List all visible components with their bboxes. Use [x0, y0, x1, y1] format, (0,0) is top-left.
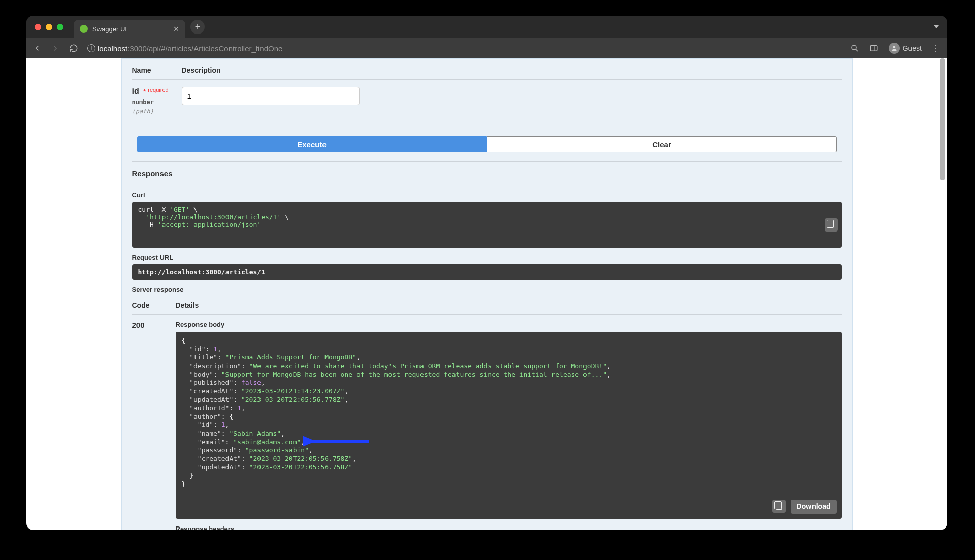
param-value-cell: [182, 87, 360, 115]
fullscreen-window-button[interactable]: [57, 24, 63, 30]
curl-l1c: \: [189, 206, 198, 213]
copy-icon: [776, 503, 782, 510]
tab-strip: Swagger UI ✕ +: [74, 16, 205, 38]
param-name: id * required: [132, 87, 182, 96]
scrollbar-thumb[interactable]: [940, 58, 945, 180]
params-header-name: Name: [132, 66, 182, 74]
response-body-label: Response body: [176, 321, 842, 328]
reload-button[interactable]: [69, 44, 78, 53]
params-header-row: Name Description: [132, 59, 842, 80]
avatar-icon: [889, 43, 900, 54]
rb-a-id: 1: [221, 421, 225, 429]
curl-l2c: \: [281, 213, 289, 221]
curl-method: 'GET': [170, 206, 189, 213]
rb-a-email: sabin@adams.com: [237, 438, 297, 446]
site-info-icon[interactable]: i: [87, 44, 95, 52]
download-button[interactable]: Download: [791, 500, 837, 514]
rb-a-updated: 2023-03-20T22:05:56.758Z: [253, 463, 348, 471]
scrollbar[interactable]: [939, 58, 946, 530]
response-row: 200 Response body { "id": 1, "title": "P…: [132, 315, 842, 530]
curl-l1a: curl -X: [138, 206, 170, 213]
rb-pub: false: [241, 379, 261, 386]
rb-updated: 2023-03-20T22:05:56.778Z: [245, 396, 341, 403]
request-url-block: http://localhost:3000/articles/1: [132, 264, 842, 280]
panel-icon[interactable]: [869, 44, 879, 53]
page-viewport: Name Description id * required number (p…: [26, 58, 947, 530]
clear-button[interactable]: Clear: [487, 136, 837, 152]
curl-url: 'http://localhost:3000/articles/1': [146, 213, 281, 221]
minimize-window-button[interactable]: [46, 24, 52, 30]
request-url-label: Request URL: [132, 254, 842, 261]
code-header: Code: [132, 301, 176, 309]
profile-chip[interactable]: Guest: [889, 43, 922, 54]
address-bar: i localhost:3000/api/#/articles/Articles…: [26, 38, 947, 58]
required-text: required: [148, 87, 168, 93]
param-id-label: id: [132, 87, 139, 95]
response-body-cell: Response body { "id": 1, "title": "Prism…: [176, 321, 842, 530]
response-code: 200: [132, 321, 176, 530]
new-tab-button[interactable]: +: [190, 20, 205, 34]
response-headers-label: Response headers: [176, 525, 842, 530]
response-body-json: { "id": 1, "title": "Prisma Adds Support…: [176, 332, 842, 519]
action-buttons: Execute Clear: [132, 129, 842, 161]
zoom-icon[interactable]: [850, 44, 859, 53]
forward-button[interactable]: [51, 44, 60, 53]
svg-line-1: [856, 49, 858, 51]
params-header-desc: Description: [182, 66, 221, 74]
window-controls: [35, 24, 63, 30]
chevron-down-icon[interactable]: [934, 25, 939, 28]
browser-tab[interactable]: Swagger UI ✕: [74, 20, 185, 38]
back-button[interactable]: [32, 44, 42, 53]
responses-title: Responses: [132, 162, 842, 185]
curl-block: curl -X 'GET' \ 'http://localhost:3000/a…: [132, 202, 842, 248]
curl-label: Curl: [132, 191, 842, 199]
menu-icon[interactable]: ⋮: [932, 44, 941, 53]
details-header: Details: [176, 301, 199, 309]
rb-a-name: Sabin Adams: [233, 430, 277, 437]
rb-a-created: 2023-03-20T22:05:56.758Z: [253, 455, 348, 463]
param-meta: id * required number (path): [132, 87, 182, 115]
rb-authid: 1: [237, 404, 241, 412]
swagger-favicon: [80, 25, 88, 33]
profile-label: Guest: [903, 44, 922, 52]
copy-curl-button[interactable]: [825, 218, 838, 232]
browser-window: Swagger UI ✕ + i localhost:3000/api/#/ar…: [26, 16, 947, 530]
svg-point-4: [893, 46, 895, 48]
url-field[interactable]: i localhost:3000/api/#/articles/Articles…: [87, 44, 841, 53]
toolbar-right: Guest ⋮: [850, 43, 941, 54]
server-response-label: Server response: [132, 286, 842, 293]
copy-icon: [828, 221, 834, 228]
url-path: :3000/api/#/articles/ArticlesController_…: [127, 44, 282, 53]
rb-desc: We are excited to share that today's Pri…: [253, 362, 603, 370]
tab-close-icon[interactable]: ✕: [173, 25, 179, 33]
copy-response-button[interactable]: [772, 500, 786, 513]
execute-button[interactable]: Execute: [137, 136, 487, 152]
curl-header: 'accept: application/json': [158, 221, 262, 228]
titlebar: Swagger UI ✕ +: [26, 16, 947, 38]
required-star: *: [143, 88, 146, 95]
rb-title: Prisma Adds Support for MongoDB: [229, 353, 352, 361]
param-row-id: id * required number (path): [132, 80, 842, 129]
curl-l2a: [138, 213, 146, 221]
param-id-input[interactable]: [182, 87, 360, 105]
titlebar-right: [934, 25, 939, 28]
close-window-button[interactable]: [35, 24, 41, 30]
rb-body: Support for MongoDB has been one of the …: [225, 371, 603, 378]
tab-title: Swagger UI: [92, 25, 169, 33]
response-table-head: Code Details: [132, 296, 842, 315]
param-type: number: [132, 98, 182, 106]
json-actions: Download: [772, 500, 837, 514]
rb-a-pass: password-sabin: [249, 446, 305, 454]
url-host: localhost: [98, 44, 127, 53]
param-in: (path): [132, 108, 182, 115]
arrow-annotation-icon: [303, 435, 374, 447]
svg-point-0: [852, 45, 856, 50]
rb-id: 1: [213, 345, 217, 353]
curl-l3a: -H: [138, 221, 158, 228]
swagger-panel: Name Description id * required number (p…: [121, 58, 853, 530]
rb-created: 2023-03-20T21:14:23.007Z: [245, 387, 341, 395]
